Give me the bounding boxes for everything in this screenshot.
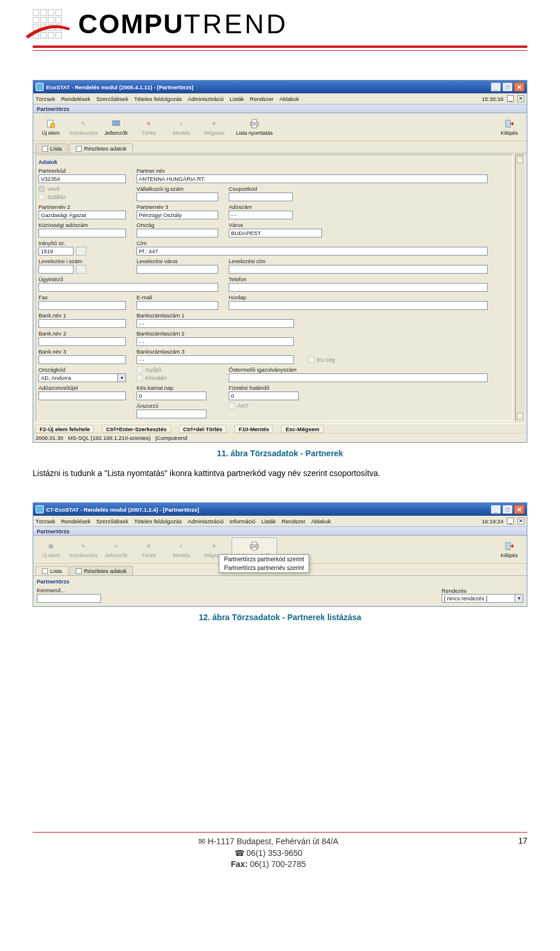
input-ostermelo[interactable]	[229, 373, 488, 382]
label-partnernev3: Partnernév 3	[136, 204, 218, 210]
input-partnernev3[interactable]: Pénzügyi Osztály	[136, 211, 218, 219]
tb-torles-button[interactable]: ✕ Törlés	[134, 115, 164, 139]
tb-jellemzok-button[interactable]: ≡ Jellemzők	[101, 537, 131, 562]
menu-listak[interactable]: Listák	[261, 518, 276, 525]
menu-ablakok[interactable]: Ablakok	[311, 518, 331, 525]
tab-reszletes[interactable]: Részletes adatok	[69, 144, 133, 153]
tab-lista[interactable]: Lista	[36, 566, 68, 575]
input-banknev1[interactable]	[38, 319, 126, 328]
mdi-minimize-button[interactable]: _	[507, 95, 514, 102]
close-button[interactable]: ✕	[514, 505, 524, 514]
menu-szerzodesek[interactable]: Szerződések	[96, 518, 128, 525]
input-keresendo[interactable]	[37, 594, 101, 603]
menu-item-partnernev-szerint[interactable]: Partnertörzs partnernév szerint	[219, 564, 309, 572]
menu-teteles[interactable]: Tételes feldolgozás	[134, 96, 182, 102]
tb-torles-button[interactable]: ✕ Törlés	[134, 537, 164, 562]
input-banknev3[interactable]	[38, 355, 126, 364]
input-email[interactable]	[136, 301, 218, 310]
menu-admin[interactable]: Adminisztráció	[188, 96, 224, 102]
close-button[interactable]: ✕	[514, 82, 524, 92]
input-cim[interactable]: Pf.: 447	[136, 247, 488, 256]
input-kesnap[interactable]: 0	[136, 391, 206, 400]
tb-ujelem-button[interactable]: Új elem	[36, 115, 66, 139]
input-lev-cim[interactable]	[229, 265, 488, 274]
input-iranyito[interactable]: 1519	[38, 247, 74, 256]
input-partnerkod[interactable]: V32354	[38, 174, 126, 183]
input-koz-adoszam[interactable]	[38, 229, 126, 237]
lista-nyomtatas-menu[interactable]: Partnertörzs partnerkód szerint Partnert…	[219, 554, 309, 573]
input-adoszam[interactable]: - -	[229, 211, 293, 219]
tb-kilepes-button[interactable]: Kilépés	[494, 537, 524, 562]
input-banknev2[interactable]	[38, 337, 126, 346]
combo-orszagkod[interactable]: AD, Andorra ▾	[38, 373, 126, 382]
input-partnernev2[interactable]: Gazdasági Ágazat	[38, 211, 126, 219]
menu-item-partnerkod-szerint[interactable]: Partnertörzs partnerkód szerint	[219, 555, 309, 564]
combo-rendezes[interactable]: [ nincs rendezés ] ▾	[442, 594, 523, 603]
chevron-down-icon[interactable]: ▾	[515, 594, 523, 603]
input-bankszla2[interactable]: - -	[136, 337, 294, 346]
input-telefon[interactable]	[229, 283, 488, 292]
checkbox-szallito[interactable]: Szállító	[38, 193, 126, 201]
menu-teteles[interactable]: Tételes feldolgozás	[134, 518, 182, 525]
body-paragraph: Listázni is tudunk a "Lista nyomtatás" i…	[33, 468, 527, 478]
menu-rendelesek[interactable]: Rendelések	[61, 96, 90, 102]
label-ostermelo: Őstermelői igazolványszám	[229, 366, 488, 373]
input-lev-iszam[interactable]	[38, 265, 74, 274]
minimize-button[interactable]: _	[491, 505, 501, 514]
hint-ctrldel: Ctrl+del-Törlés	[179, 425, 226, 433]
menu-rendszer[interactable]: Rendszer	[282, 518, 306, 525]
tb-jellemzok-button[interactable]: Jellemzők	[101, 115, 131, 139]
mdi-close-button[interactable]: ✕	[517, 95, 524, 102]
minimize-button[interactable]: _	[491, 82, 501, 92]
tab-reszletes[interactable]: Részletes adatok	[69, 566, 133, 575]
input-arszorzo[interactable]	[136, 410, 206, 418]
chevron-down-icon[interactable]: ▾	[118, 373, 126, 382]
input-lev-iszam-ext[interactable]	[76, 265, 86, 274]
checkbox-ant[interactable]: ÁNT	[229, 403, 488, 409]
checkbox-gyujto[interactable]: Gyűjtő	[136, 366, 218, 373]
menu-rendelesek[interactable]: Rendelések	[61, 518, 90, 525]
menu-admin[interactable]: Adminisztráció	[188, 518, 224, 525]
label-keresendo: Keresend...	[37, 587, 101, 593]
tb-szerkesztes-button[interactable]: ✎ Szerkesztés	[68, 115, 99, 139]
vertical-scrollbar[interactable]	[515, 155, 524, 421]
menu-torzsek[interactable]: Törzsek	[36, 518, 55, 525]
input-orszag[interactable]	[136, 229, 218, 237]
tb-ujelem-button[interactable]: ▦ Új elem	[36, 537, 66, 562]
checkbox-eu[interactable]: EU cég	[308, 355, 335, 364]
input-partnernev[interactable]: ANTENNA HUNGÁRIA RT.	[136, 174, 488, 183]
input-vall-ig[interactable]	[136, 193, 218, 201]
menu-ablakok[interactable]: Ablakok	[279, 96, 299, 102]
menu-rendszer[interactable]: Rendszer	[250, 96, 274, 102]
mdi-close-button[interactable]: ✕	[517, 518, 524, 525]
input-lev-varos[interactable]	[136, 265, 218, 274]
checkbox-kincstari[interactable]: Kincstári	[136, 373, 218, 382]
tb-mentes-button[interactable]: ✓ Mentés	[166, 537, 197, 562]
menu-info[interactable]: Információ	[230, 518, 256, 525]
maximize-button[interactable]: □	[502, 82, 513, 92]
tab-lista[interactable]: Lista	[36, 144, 68, 153]
input-ugyintezo[interactable]	[38, 283, 218, 292]
menu-torzsek[interactable]: Törzsek	[36, 96, 55, 102]
tb-szerkesztes-button[interactable]: ✎ Szerkesztés	[68, 537, 99, 562]
maximize-button[interactable]: □	[502, 505, 513, 514]
input-bankszla1[interactable]: - -	[136, 319, 294, 328]
tb-kilepes-button[interactable]: Kilépés	[494, 115, 524, 139]
tb-label: Jellemzők	[104, 553, 128, 558]
checkbox-vevo[interactable]: Vevő	[38, 186, 126, 192]
tb-mentes-button[interactable]: ✓ Mentés	[166, 115, 197, 139]
combo-value: [ nincs rendezés ]	[442, 594, 515, 603]
input-bankszla3[interactable]: - -	[136, 355, 294, 364]
mdi-minimize-button[interactable]: _	[507, 518, 514, 525]
input-honlap[interactable]	[229, 301, 488, 310]
input-csoportkod[interactable]	[229, 193, 293, 201]
menu-listak[interactable]: Listák	[230, 96, 244, 102]
tb-lista-nyomtatas-button[interactable]: Lista nyomtatás	[232, 115, 277, 139]
input-iranyito-ext[interactable]	[76, 247, 86, 256]
tb-megsem-button[interactable]: ✕ Mégsem	[199, 115, 229, 139]
input-fax[interactable]	[38, 301, 126, 310]
input-adoazon[interactable]	[38, 391, 126, 400]
input-varos[interactable]: BUDAPEST	[229, 229, 322, 237]
input-fizhat[interactable]: 0	[229, 391, 299, 400]
menu-szerzodesek[interactable]: Szerződések	[96, 96, 128, 102]
